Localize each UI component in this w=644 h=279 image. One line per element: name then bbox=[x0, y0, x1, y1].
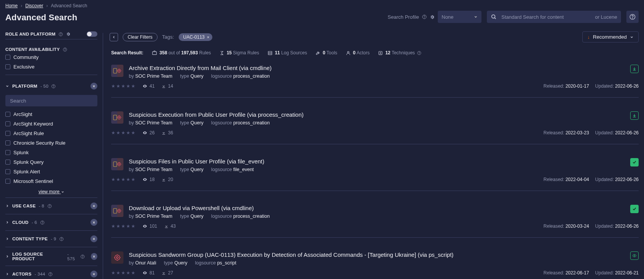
checkbox[interactable] bbox=[5, 150, 10, 155]
platform-item[interactable]: ArcSight Rule bbox=[5, 129, 97, 138]
rule-icon bbox=[111, 65, 123, 77]
result-card: Download or Upload via Powershell (via c… bbox=[103, 199, 639, 233]
search-profile-select[interactable]: None bbox=[438, 11, 481, 23]
clear-filter-button[interactable]: × bbox=[90, 83, 97, 90]
platform-item[interactable]: Splunk Query bbox=[5, 157, 97, 167]
availability-item[interactable]: Community bbox=[5, 52, 97, 62]
breadcrumb-current: Advanced Search bbox=[51, 3, 87, 8]
user-icon bbox=[346, 51, 351, 55]
gear-icon[interactable] bbox=[66, 32, 71, 36]
role-platform-toggle[interactable] bbox=[87, 31, 97, 37]
result-title[interactable]: Suspicious Execution from Public User Pr… bbox=[129, 111, 625, 118]
rating-stars[interactable]: ★★★★★ bbox=[111, 83, 135, 89]
rating-stars[interactable]: ★★★★★ bbox=[111, 270, 135, 276]
result-card: Archive Extraction Directly from Mail Cl… bbox=[103, 59, 639, 93]
clear-filter-button[interactable]: × bbox=[90, 271, 97, 277]
help-icon[interactable] bbox=[48, 272, 53, 276]
rating-stars[interactable]: ★★★★★ bbox=[111, 130, 135, 135]
breadcrumb-home[interactable]: Home bbox=[5, 3, 18, 8]
svg-rect-24 bbox=[268, 51, 272, 53]
checkbox[interactable] bbox=[5, 179, 10, 184]
checkbox[interactable] bbox=[5, 112, 10, 117]
page-help-button[interactable] bbox=[626, 11, 639, 23]
chevron-right-icon[interactable] bbox=[5, 204, 9, 208]
help-icon[interactable] bbox=[59, 237, 64, 241]
help-icon[interactable] bbox=[59, 32, 63, 36]
checkbox[interactable] bbox=[5, 169, 10, 174]
clear-filter-button[interactable]: × bbox=[90, 235, 97, 242]
availability-item[interactable]: Exclusive bbox=[5, 62, 97, 72]
checkbox[interactable] bbox=[5, 140, 10, 145]
chevron-right-icon[interactable] bbox=[5, 220, 9, 224]
views-stat: 41 bbox=[142, 83, 154, 89]
help-icon[interactable] bbox=[51, 84, 56, 88]
svg-point-8 bbox=[65, 50, 65, 51]
result-title[interactable]: Suspicious Sandworm Group (UAC-0113) Exe… bbox=[129, 251, 625, 258]
briefcase-icon bbox=[152, 50, 157, 55]
view-button[interactable] bbox=[630, 251, 639, 260]
svg-point-1 bbox=[424, 18, 425, 18]
download-button[interactable] bbox=[630, 65, 639, 73]
platform-item[interactable]: Microsoft Sentinel bbox=[5, 176, 97, 186]
rating-stars[interactable]: ★★★★★ bbox=[111, 224, 135, 229]
checkbox[interactable] bbox=[5, 55, 10, 60]
chevron-right-icon[interactable] bbox=[5, 255, 9, 258]
svg-point-6 bbox=[61, 35, 61, 35]
downloads-stat: 36 bbox=[161, 130, 173, 135]
search-input[interactable] bbox=[501, 14, 591, 20]
gear-icon[interactable] bbox=[430, 15, 435, 20]
result-title[interactable]: Archive Extraction Directly from Mail Cl… bbox=[129, 65, 625, 71]
chevron-right-icon[interactable] bbox=[5, 237, 9, 241]
svg-point-20 bbox=[50, 275, 51, 275]
help-icon[interactable] bbox=[63, 47, 67, 52]
search-input-wrap[interactable]: or Lucene bbox=[487, 11, 621, 23]
clear-filter-button[interactable]: × bbox=[90, 219, 97, 226]
chevron-right-icon[interactable] bbox=[5, 272, 9, 276]
back-button[interactable] bbox=[110, 33, 118, 41]
result-title[interactable]: Download or Upload via Powershell (via c… bbox=[129, 205, 625, 211]
platform-item[interactable]: Splunk Alert bbox=[5, 167, 97, 176]
platform-item[interactable]: Chronicle Security Rule bbox=[5, 138, 97, 148]
page-title: Advanced Search bbox=[5, 13, 77, 23]
checkbox[interactable] bbox=[5, 64, 10, 69]
clear-filter-button[interactable]: × bbox=[90, 202, 97, 209]
breadcrumb-discover[interactable]: Discover bbox=[25, 3, 43, 8]
rating-stars[interactable]: ★★★★★ bbox=[111, 177, 135, 182]
result-title[interactable]: Suspicious Files in Public User Profile … bbox=[129, 158, 625, 165]
clear-filters-button[interactable]: Clear Filters bbox=[123, 33, 158, 41]
platform-item[interactable]: ArcSight bbox=[5, 109, 97, 119]
result-card: Suspicious Sandworm Group (UAC-0113) Exe… bbox=[103, 246, 639, 279]
views-stat: 101 bbox=[142, 224, 157, 229]
checked-button[interactable] bbox=[630, 205, 639, 213]
checkbox[interactable] bbox=[5, 160, 10, 165]
clear-filter-button[interactable]: × bbox=[91, 253, 97, 260]
checked-button[interactable] bbox=[630, 158, 639, 166]
filters-sidebar: ROLE AND PLATFORM CONTENT AVAILABILITY C… bbox=[0, 29, 103, 279]
view-more-link[interactable]: view more bbox=[5, 186, 97, 197]
tactic-icon bbox=[378, 51, 383, 55]
help-icon[interactable] bbox=[40, 220, 44, 225]
help-icon[interactable] bbox=[417, 51, 421, 55]
filter-section-label: CLOUD bbox=[12, 220, 28, 225]
downloads-stat: 20 bbox=[161, 177, 173, 182]
platform-search[interactable] bbox=[5, 95, 97, 106]
remove-tag-button[interactable]: × bbox=[207, 35, 209, 39]
filter-section-label: ACTORS bbox=[12, 272, 31, 276]
checkbox[interactable] bbox=[5, 121, 10, 126]
tag-chip: UAC-0113 × bbox=[179, 33, 212, 41]
chevron-down-icon[interactable] bbox=[5, 84, 9, 88]
views-stat: 18 bbox=[142, 177, 154, 182]
help-icon[interactable] bbox=[80, 255, 85, 259]
sort-dropdown[interactable]: ↓ Recommended bbox=[582, 31, 639, 42]
help-icon[interactable] bbox=[422, 15, 427, 19]
platform-item[interactable]: ArcSight Keyword bbox=[5, 119, 97, 129]
platform-item[interactable]: Splunk bbox=[5, 148, 97, 157]
help-icon[interactable] bbox=[48, 204, 52, 208]
svg-point-38 bbox=[118, 164, 120, 165]
download-button[interactable] bbox=[630, 111, 639, 120]
filter-section-label: USE CASE bbox=[12, 204, 36, 208]
platform-search-input[interactable] bbox=[9, 98, 94, 104]
lucene-toggle[interactable]: or Lucene bbox=[595, 14, 617, 20]
checkbox[interactable] bbox=[5, 131, 10, 136]
svg-rect-23 bbox=[153, 52, 157, 55]
